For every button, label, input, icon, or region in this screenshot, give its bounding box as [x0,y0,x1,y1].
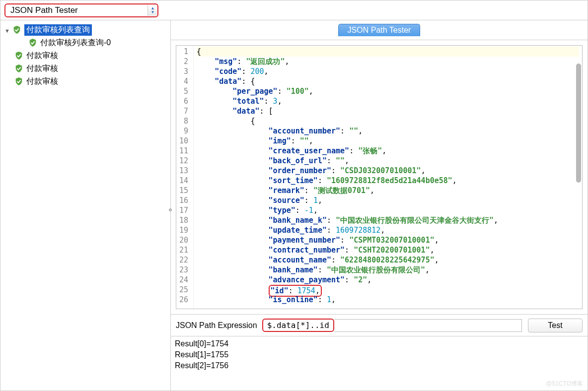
tree-item[interactable]: 付款审核 [2,49,168,62]
tree-child-item[interactable]: 付款审核列表查询-0 [2,36,168,49]
expression-input[interactable]: $.data[*]..id [262,319,522,332]
tree-item[interactable]: 付款审核 [2,75,168,88]
content-panel: JSON Path Tester 12345678910111213141516… [171,20,588,391]
result-row: Result[1]=1755 [175,349,584,360]
tree-item-label: 付款审核列表查询-0 [40,38,111,48]
tree-item[interactable]: 付款审核 [2,62,168,75]
result-row: Result[0]=1754 [175,338,584,349]
shield-check-icon [14,77,23,86]
tree-root-item[interactable]: 付款审核列表查询 [2,23,168,36]
tree-item-label: 付款审核 [26,64,58,74]
dropdown-label: JSON Path Tester [5,5,147,15]
app-window: JSON Path Tester ▲▼ 付款审核列表查询 付款审核列表查询-0 … [0,0,588,391]
watermark: @51CTO博客 [546,380,583,388]
tab-bar: JSON Path Tester [171,20,588,40]
shield-check-icon [14,64,23,73]
test-button[interactable]: Test [528,319,583,332]
json-code-editor[interactable]: 1234567891011121314151617181920212223242… [176,45,583,309]
expression-bar: JSON Path Expression $.data[*]..id Test [171,314,588,336]
line-number-gutter: 1234567891011121314151617181920212223242… [176,46,194,309]
splitter-handle[interactable] [169,208,172,211]
toolbar: JSON Path Tester ▲▼ [0,0,588,20]
tab-json-path-tester[interactable]: JSON Path Tester [338,24,421,36]
chevron-updown-icon: ▲▼ [147,5,157,16]
view-dropdown[interactable]: JSON Path Tester ▲▼ [4,3,158,17]
results-panel: Result[0]=1754 Result[1]=1755 Result[2]=… [171,336,588,391]
tree-item-label: 付款审核 [26,76,58,87]
shield-check-icon [28,38,37,47]
scrollbar-thumb[interactable] [576,64,581,183]
shield-check-icon [14,51,23,60]
expression-value: $.data[*]..id [262,319,334,332]
result-row: Result[2]=1756 [175,360,584,371]
tree-item-label: 付款审核列表查询 [24,24,92,36]
tree-item-label: 付款审核 [26,51,58,61]
disclosure-triangle-icon[interactable] [4,26,11,33]
shield-check-icon [12,25,21,34]
expression-label: JSON Path Expression [176,321,257,330]
main-area: 付款审核列表查询 付款审核列表查询-0 付款审核 付款审核 付款审核 JSON … [0,20,588,391]
expression-input-rest [334,319,522,332]
sidebar-tree: 付款审核列表查询 付款审核列表查询-0 付款审核 付款审核 付款审核 [0,20,171,391]
code-content: { "msg": "返回成功", "code": 200, "data": { … [194,46,582,309]
